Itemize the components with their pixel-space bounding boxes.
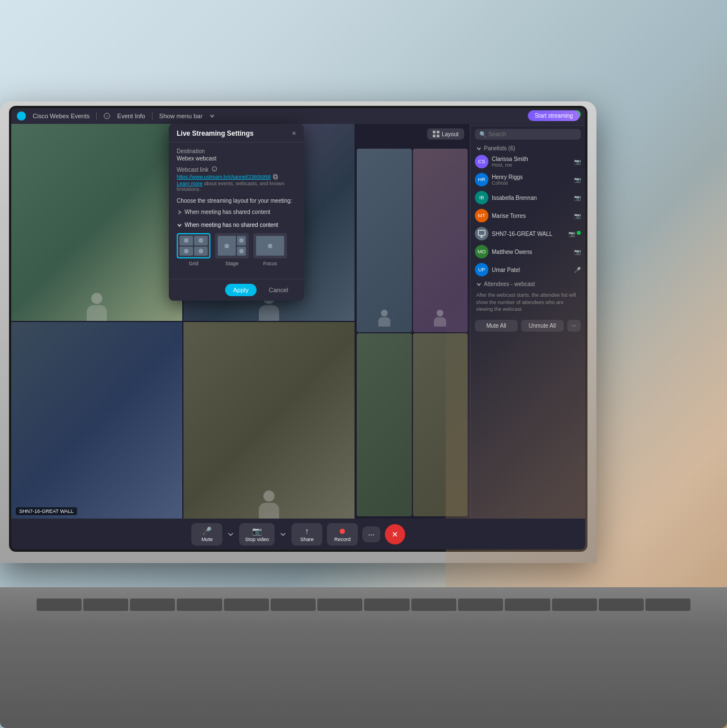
svg-text:i: i: [107, 114, 108, 118]
webcast-link-label: Webcast link i: [177, 166, 296, 173]
learn-more-link[interactable]: Learn more: [177, 181, 203, 186]
layout-options: Grid Stage: [177, 230, 296, 270]
layout-button[interactable]: Layout: [427, 128, 464, 140]
key[interactable]: [224, 599, 269, 611]
participant-info-henry: Henry Riggs Cohost: [492, 174, 571, 186]
participant-info-clarissa: Clarissa Smith Host, me: [492, 156, 571, 168]
participant-item-henry[interactable]: HR Henry Riggs Cohost 📷: [470, 171, 585, 189]
participant-item-marise[interactable]: MT Marise Torres 📷: [470, 207, 585, 225]
key[interactable]: [411, 599, 456, 611]
cancel-button[interactable]: Cancel: [261, 284, 296, 296]
avatar-clarissa: CS: [475, 155, 488, 168]
mute-button[interactable]: 🎤 Mute: [191, 523, 222, 546]
key[interactable]: [552, 599, 597, 611]
key[interactable]: [83, 599, 128, 611]
event-info-label[interactable]: Event Info: [117, 113, 145, 119]
end-icon: ✕: [392, 530, 398, 539]
show-menu-label[interactable]: Show menu bar: [159, 113, 203, 119]
attendees-note: After the webcast starts, the attendee l…: [470, 288, 585, 316]
participant-name-henry: Henry Riggs: [492, 174, 571, 180]
layout-option-stage[interactable]: Stage: [215, 233, 249, 266]
search-input[interactable]: [488, 131, 576, 137]
camera-icon-marise: 📷: [574, 213, 581, 219]
apply-button[interactable]: Apply: [225, 284, 257, 296]
panelists-section-label: Panelists (6): [470, 143, 585, 153]
more-button[interactable]: ···: [362, 526, 380, 542]
participant-item-issabella[interactable]: IB Issabella Brennan 📷: [470, 189, 585, 207]
layout-option-focus[interactable]: Focus: [253, 233, 287, 266]
modal-title: Live Streaming Settings: [177, 129, 254, 137]
participant-item-umar[interactable]: UP Umar Patel 🎤: [470, 261, 585, 279]
key[interactable]: [317, 599, 362, 611]
shared-content-label: When meeting has shared content: [185, 209, 270, 215]
participant-item-shn7[interactable]: SHN7-16-GREAT WALL 📷: [470, 225, 585, 243]
avatar-issabella: IB: [475, 191, 488, 204]
participant-info-shn7: SHN7-16-GREAT WALL: [492, 231, 565, 237]
separator: [96, 112, 97, 120]
webex-logo-icon: [17, 111, 26, 120]
layout-option-grid[interactable]: Grid: [177, 233, 210, 266]
no-shared-content-toggle[interactable]: When meeting has no shared content: [177, 220, 296, 230]
modal-close-button[interactable]: ×: [292, 129, 296, 137]
more-options-button[interactable]: ···: [567, 320, 581, 332]
copy-icon[interactable]: [273, 174, 279, 180]
key[interactable]: [130, 599, 175, 611]
layout-thumb-stage: [215, 233, 249, 258]
chevron-down-attendees-icon[interactable]: [476, 282, 482, 287]
screen-bezel: Cisco Webex Events i Event Info Show men…: [9, 106, 587, 552]
shared-content-toggle[interactable]: When meeting has shared content: [177, 207, 296, 217]
avatar-henry: HR: [475, 173, 488, 186]
end-call-button[interactable]: ✕: [385, 524, 405, 544]
key[interactable]: [271, 599, 316, 611]
laptop-frame: Cisco Webex Events i Event Info Show men…: [0, 101, 596, 563]
key[interactable]: [599, 599, 644, 611]
video-cell-label-3: SHN7-16-GREAT WALL: [16, 507, 77, 515]
svg-rect-7: [433, 131, 436, 133]
record-label: Record: [334, 537, 351, 542]
share-button[interactable]: ↑ Share: [291, 523, 322, 546]
avatar-matthew: MO: [475, 245, 488, 258]
thumb-cell-3: [357, 333, 412, 517]
unmute-all-button[interactable]: Unmute All: [521, 320, 564, 332]
svg-rect-9: [433, 135, 436, 137]
share-label: Share: [300, 537, 313, 542]
participant-item-clarissa[interactable]: CS Clarissa Smith Host, me 📷: [470, 153, 585, 171]
stop-video-button[interactable]: 📷 Stop video: [239, 523, 275, 546]
camera-icon-issabella: 📷: [574, 195, 581, 201]
chevron-down-panelists-icon[interactable]: [476, 146, 482, 151]
webcast-url[interactable]: https://www.ustream.tv/channel/23605958: [177, 174, 271, 180]
search-bar: 🔍: [475, 129, 581, 140]
start-streaming-button[interactable]: Start streaming: [528, 110, 580, 121]
participants-panel: Participants 🔍 Panelists (6): [470, 108, 585, 519]
participant-icons-henry: 📷: [574, 177, 581, 183]
mute-dropdown-icon[interactable]: [227, 529, 235, 540]
mute-all-button[interactable]: Mute All: [475, 320, 518, 332]
chevron-right-icon: [177, 209, 182, 215]
key[interactable]: [37, 599, 82, 611]
laptop-screen: Cisco Webex Events i Event Info Show men…: [11, 108, 585, 550]
key[interactable]: [177, 599, 222, 611]
stop-video-dropdown-icon[interactable]: [279, 529, 287, 540]
participant-name-umar: Umar Patel: [492, 267, 571, 273]
camera-icon-matthew: 📷: [574, 249, 581, 255]
participant-icons-umar: 🎤: [574, 267, 581, 273]
more-icon: ···: [368, 530, 375, 539]
key[interactable]: [645, 599, 690, 611]
person-figure-4: [259, 490, 279, 519]
key[interactable]: [505, 599, 550, 611]
modal-footer: Apply Cancel: [169, 279, 304, 301]
key[interactable]: [364, 599, 409, 611]
thumb-person-2: [434, 310, 446, 327]
destination-label: Destination: [177, 148, 296, 154]
participant-item-matthew[interactable]: MO Matthew Owens 📷: [470, 243, 585, 261]
share-icon: ↑: [305, 526, 309, 535]
thumb-cell-1: [357, 149, 412, 332]
panelists-label: Panelists (6): [484, 145, 515, 151]
attendees-section-label: Attendees - webcast: [470, 279, 585, 288]
modal-header: Live Streaming Settings ×: [169, 124, 304, 142]
svg-rect-10: [437, 135, 439, 137]
separator2: [152, 112, 152, 120]
modal-body: Destination Webex webcast Webcast link i…: [169, 142, 304, 279]
key[interactable]: [458, 599, 503, 611]
record-button[interactable]: ⏺ Record: [327, 523, 358, 546]
